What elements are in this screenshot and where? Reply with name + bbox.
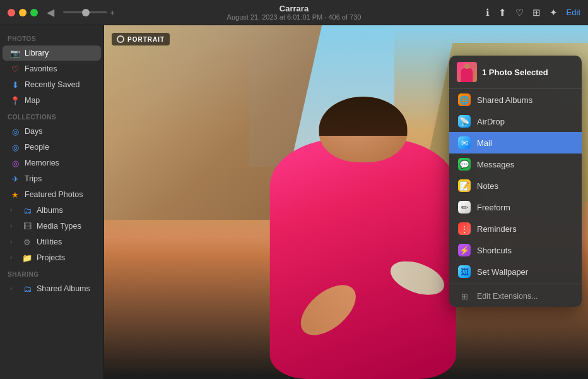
person-body	[270, 138, 456, 379]
share-item-messages[interactable]: 💬 Messages	[449, 153, 582, 175]
share-dropdown: 1 Photo Selected 🌐 Shared Albums 📡 AirDr…	[449, 56, 582, 307]
sidebar-label-library: Library	[25, 49, 96, 57]
share-item-reminders[interactable]: ⋮ Reminders	[449, 218, 582, 239]
share-item-mail[interactable]: ✉ Mail	[449, 132, 582, 153]
thumb-person	[461, 68, 473, 82]
sidebar-item-shared-albums[interactable]: › 🗂 Shared Albums	[3, 281, 101, 296]
sidebar-label-shared-albums: Shared Albums	[37, 284, 96, 293]
reminders-menu-icon: ⋮	[458, 222, 471, 235]
notes-menu-label: Notes	[477, 181, 498, 191]
sidebar-item-library[interactable]: 📷 Library	[3, 45, 101, 61]
shared-albums-menu-icon: 🌐	[458, 93, 471, 106]
reminders-menu-label: Reminders	[477, 224, 517, 234]
share-item-shortcuts[interactable]: ⚡ Shortcuts	[449, 239, 582, 261]
share-item-airdrop[interactable]: 📡 AirDrop	[449, 111, 582, 132]
notes-menu-icon: 📝	[458, 179, 471, 192]
sidebar-label-favorites: Favorites	[25, 64, 96, 73]
crop-button[interactable]: ⊞	[532, 7, 541, 18]
mail-menu-icon: ✉	[458, 136, 471, 149]
close-button[interactable]	[8, 9, 15, 16]
airdrop-menu-icon: 📡	[458, 115, 471, 128]
sidebar-item-map[interactable]: 📍 Map	[3, 93, 101, 108]
info-button[interactable]: ℹ	[486, 7, 490, 18]
person-arm-left	[292, 275, 365, 344]
shared-albums-menu-label: Shared Albums	[477, 95, 532, 105]
photo-area: PORTRAIT 1 Photo Selected 🌐 Shared Album…	[104, 25, 588, 379]
sidebar-item-favorites[interactable]: ♡ Favorites	[3, 61, 101, 76]
sidebar-section-photos: Photos	[0, 30, 103, 45]
memories-icon: ◎	[10, 158, 20, 168]
magic-wand-button[interactable]: ✦	[550, 7, 558, 18]
sidebar-item-utilities[interactable]: › ⚙ Utilities	[3, 234, 101, 250]
shared-albums-expand-icon: ›	[10, 285, 18, 292]
person-arm-right	[386, 255, 449, 301]
messages-menu-label: Messages	[477, 160, 514, 169]
airdrop-menu-label: AirDrop	[477, 117, 505, 126]
utilities-icon: ⚙	[22, 237, 32, 247]
sidebar-label-albums: Albums	[37, 206, 96, 215]
zoom-slider[interactable]	[63, 11, 107, 13]
sidebar-label-map: Map	[25, 96, 96, 105]
sidebar-item-trips[interactable]: ✈ Trips	[3, 171, 101, 186]
sidebar-item-days[interactable]: ◎ Days	[3, 124, 101, 139]
favorites-icon: ♡	[10, 64, 20, 74]
albums-icon: 🗂	[22, 205, 32, 215]
back-button[interactable]: ◀	[44, 5, 57, 20]
wallpaper-menu-icon: 🖼	[458, 265, 471, 278]
edit-button[interactable]: Edit	[567, 8, 580, 17]
share-item-edit-extensions[interactable]: ⊞ Edit Extensions...	[449, 286, 582, 307]
share-item-notes[interactable]: 📝 Notes	[449, 175, 582, 196]
sidebar-label-days: Days	[25, 127, 96, 136]
mail-menu-label: Mail	[477, 138, 492, 148]
portrait-badge: PORTRAIT	[112, 33, 170, 45]
zoom-thumb[interactable]	[82, 9, 90, 16]
sidebar: Photos 📷 Library ♡ Favorites ⬇ Recently …	[0, 25, 104, 379]
share-item-shared-albums[interactable]: 🌐 Shared Albums	[449, 89, 582, 111]
trips-icon: ✈	[10, 174, 20, 184]
favorite-button[interactable]: ♡	[515, 7, 524, 18]
sidebar-section-collections: Collections	[0, 109, 103, 123]
freeform-menu-icon: ✏	[458, 201, 471, 214]
media-types-expand-icon: ›	[10, 222, 18, 230]
edit-extensions-label: Edit Extensions...	[477, 292, 538, 301]
sidebar-label-media-types: Media Types	[37, 222, 96, 231]
sidebar-item-media-types[interactable]: › 🎞 Media Types	[3, 219, 101, 234]
fullscreen-button[interactable]	[30, 9, 38, 16]
sidebar-item-projects[interactable]: › 📁 Projects	[3, 250, 101, 265]
share-item-set-wallpaper[interactable]: 🖼 Set Wallpaper	[449, 261, 582, 282]
share-header: 1 Photo Selected	[449, 56, 582, 89]
sidebar-label-trips: Trips	[25, 174, 96, 183]
portrait-label: PORTRAIT	[127, 36, 165, 43]
featured-icon: ★	[10, 190, 20, 200]
portrait-icon	[117, 35, 124, 43]
sidebar-item-featured[interactable]: ★ Featured Photos	[3, 187, 101, 202]
share-button[interactable]: ⬆	[498, 7, 507, 18]
shortcuts-menu-icon: ⚡	[458, 244, 471, 256]
messages-menu-icon: 💬	[458, 158, 471, 171]
sidebar-item-memories[interactable]: ◎ Memories	[3, 155, 101, 171]
utilities-expand-icon: ›	[10, 238, 18, 246]
titlebar-right: ℹ ⬆ ♡ ⊞ ✦ Edit	[486, 7, 580, 18]
sidebar-item-albums[interactable]: › 🗂 Albums	[3, 203, 101, 218]
sidebar-label-projects: Projects	[37, 253, 96, 262]
sidebar-label-people: People	[25, 143, 96, 152]
people-icon: ◎	[10, 142, 20, 152]
share-divider	[449, 284, 582, 284]
freeform-menu-label: Freeform	[477, 203, 510, 212]
sidebar-label-recently-saved: Recently Saved	[25, 80, 96, 89]
sidebar-item-people[interactable]: ◎ People	[3, 140, 101, 155]
traffic-lights	[8, 9, 38, 16]
recently-saved-icon: ⬇	[10, 80, 20, 90]
share-item-freeform[interactable]: ✏ Freeform	[449, 196, 582, 218]
minimize-button[interactable]	[19, 9, 26, 16]
share-header-title: 1 Photo Selected	[482, 68, 548, 77]
main-area: Photos 📷 Library ♡ Favorites ⬇ Recently …	[0, 25, 588, 379]
sidebar-item-recently-saved[interactable]: ⬇ Recently Saved	[3, 77, 101, 92]
zoom-control: +	[63, 8, 115, 18]
projects-icon: 📁	[22, 253, 32, 263]
library-icon: 📷	[10, 48, 20, 58]
wallpaper-menu-label: Set Wallpaper	[477, 267, 528, 277]
zoom-plus-icon: +	[110, 8, 115, 18]
edit-extensions-icon: ⊞	[458, 290, 471, 303]
media-types-icon: 🎞	[22, 221, 32, 231]
